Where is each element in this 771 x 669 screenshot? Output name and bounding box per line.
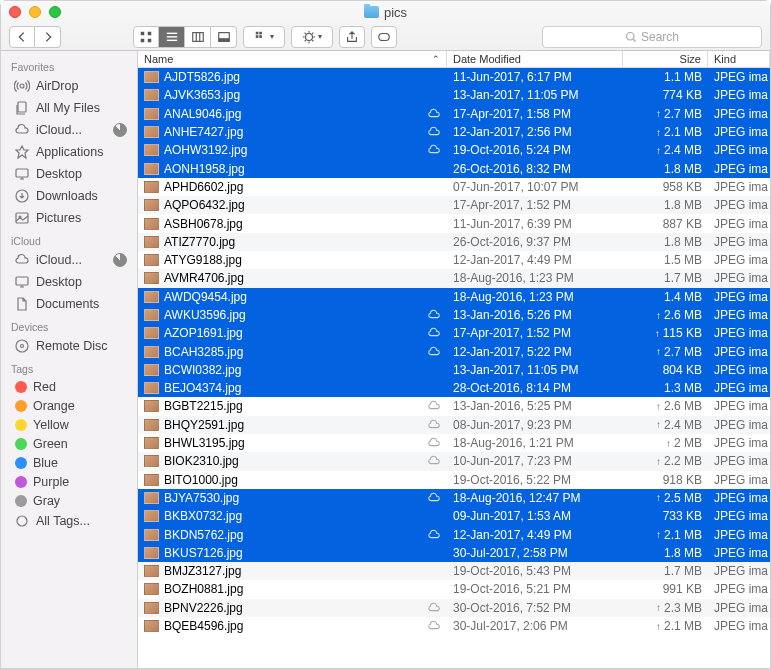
close-button[interactable] [9,6,21,18]
file-row[interactable]: BCWI0382.jpg13-Jan-2017, 11:05 PM804 KBJ… [138,361,770,379]
file-size: 1.3 MB [623,381,708,395]
sidebar-item-label: All Tags... [36,514,90,528]
sidebar-item[interactable]: All Tags... [1,510,137,532]
col-size[interactable]: Size [623,51,708,67]
sidebar-item-label: Downloads [36,189,98,203]
file-row[interactable]: BPNV2226.jpg30-Oct-2016, 7:52 PM↑2.3 MBJ… [138,599,770,617]
file-row[interactable]: BHWL3195.jpg18-Aug-2016, 1:21 PM↑2 MBJPE… [138,434,770,452]
file-kind: JPEG ima [708,235,770,249]
view-icon-button[interactable] [133,26,159,48]
file-row[interactable]: AZOP1691.jpg17-Apr-2017, 1:52 PM↑115 KBJ… [138,324,770,342]
file-row[interactable]: BCAH3285.jpg12-Jan-2017, 5:22 PM↑2.7 MBJ… [138,342,770,360]
sidebar-item[interactable]: Documents [1,293,137,315]
sidebar-item[interactable]: Blue [1,453,137,472]
file-row[interactable]: BQEB4596.jpg30-Jul-2017, 2:06 PM↑2.1 MBJ… [138,617,770,635]
file-row[interactable]: AQPO6432.jpg17-Apr-2017, 1:52 PM1.8 MBJP… [138,196,770,214]
file-row[interactable]: BGBT2215.jpg13-Jan-2016, 5:25 PM↑2.6 MBJ… [138,397,770,415]
file-size: 1.8 MB [623,546,708,560]
search-field[interactable]: Search [542,26,762,48]
file-date: 26-Oct-2016, 9:37 PM [447,235,623,249]
sidebar-item[interactable]: Orange [1,396,137,415]
view-gallery-button[interactable] [211,26,237,48]
file-row[interactable]: AWDQ9454.jpg18-Aug-2016, 1:23 PM1.4 MBJP… [138,288,770,306]
file-kind: JPEG ima [708,345,770,359]
sidebar-item[interactable]: Red [1,377,137,396]
file-name: BKDN5762.jpg [164,528,422,542]
svg-rect-9 [218,39,221,41]
sidebar-item-label: Blue [33,456,58,470]
file-row[interactable]: ATYG9188.jpg12-Jan-2017, 4:49 PM1.5 MBJP… [138,251,770,269]
sidebar-item[interactable]: Remote Disc [1,335,137,357]
file-row[interactable]: ASBH0678.jpg11-Jun-2017, 6:39 PM887 KBJP… [138,214,770,232]
file-row[interactable]: BITO1000.jpg19-Oct-2016, 5:22 PM918 KBJP… [138,471,770,489]
file-kind: JPEG ima [708,107,770,121]
file-row[interactable]: AWKU3596.jpg13-Jan-2016, 5:26 PM↑2.6 MBJ… [138,306,770,324]
svg-rect-5 [166,36,177,37]
file-row[interactable]: ANAL9046.jpg17-Apr-2017, 1:58 PM↑2.7 MBJ… [138,105,770,123]
file-row[interactable]: BEJO4374.jpg28-Oct-2016, 8:14 PM1.3 MBJP… [138,379,770,397]
col-name[interactable]: Name⌃ [138,51,447,67]
file-row[interactable]: BIOK2310.jpg10-Jun-2017, 7:23 PM↑2.2 MBJ… [138,452,770,470]
minimize-button[interactable] [29,6,41,18]
svg-rect-3 [148,38,152,42]
tags-button[interactable] [371,26,397,48]
file-thumb-icon [144,382,159,394]
back-button[interactable] [9,26,35,48]
forward-button[interactable] [35,26,61,48]
view-column-button[interactable] [185,26,211,48]
col-date[interactable]: Date Modified [447,51,623,67]
file-row[interactable]: BKBX0732.jpg09-Jun-2017, 1:53 AM733 KBJP… [138,507,770,525]
sidebar-item[interactable]: iCloud... [1,249,137,271]
share-button[interactable] [339,26,365,48]
file-row[interactable]: BOZH0881.jpg19-Oct-2016, 5:21 PM991 KBJP… [138,580,770,598]
file-thumb-icon [144,529,159,541]
file-row[interactable]: BKDN5762.jpg12-Jan-2017, 4:49 PM↑2.1 MBJ… [138,525,770,543]
file-row[interactable]: BMJZ3127.jpg19-Oct-2016, 5:43 PM1.7 MBJP… [138,562,770,580]
file-name: BPNV2226.jpg [164,601,422,615]
col-kind[interactable]: Kind [708,51,770,67]
file-row[interactable]: AVMR4706.jpg18-Aug-2016, 1:23 PM1.7 MBJP… [138,269,770,287]
file-row[interactable]: AONH1958.jpg26-Oct-2016, 8:32 PM1.8 MBJP… [138,159,770,177]
file-row[interactable]: ATIZ7770.jpg26-Oct-2016, 9:37 PM1.8 MBJP… [138,233,770,251]
file-date: 09-Jun-2017, 1:53 AM [447,509,623,523]
file-row[interactable]: AJVK3653.jpg13-Jan-2017, 11:05 PM774 KBJ… [138,86,770,104]
file-size: ↑2.7 MB [623,107,708,121]
file-kind: JPEG ima [708,619,770,633]
sidebar-item-label: Documents [36,297,99,311]
file-date: 11-Jun-2017, 6:39 PM [447,217,623,231]
sidebar-item[interactable]: Desktop [1,271,137,293]
sidebar-item[interactable]: Downloads [1,185,137,207]
svg-point-26 [16,340,28,352]
file-row[interactable]: AJDT5826.jpg11-Jun-2017, 6:17 PM1.1 MBJP… [138,68,770,86]
title-text: pics [384,5,407,20]
arrange-button[interactable]: ▾ [243,26,285,48]
sidebar-item[interactable]: Desktop [1,163,137,185]
file-date: 19-Oct-2016, 5:21 PM [447,582,623,596]
sidebar-item[interactable]: All My Files [1,97,137,119]
file-date: 28-Oct-2016, 8:14 PM [447,381,623,395]
file-name: BHQY2591.jpg [164,418,422,432]
file-kind: JPEG ima [708,88,770,102]
sidebar-item[interactable]: Pictures [1,207,137,229]
file-name: AWDQ9454.jpg [164,290,441,304]
file-name: AQPO6432.jpg [164,198,441,212]
sidebar-item[interactable]: iCloud... [1,119,137,141]
action-button[interactable]: ▾ [291,26,333,48]
sidebar-item[interactable]: AirDrop [1,75,137,97]
sidebar-item[interactable]: Applications [1,141,137,163]
zoom-button[interactable] [49,6,61,18]
sidebar-item[interactable]: Yellow [1,415,137,434]
sidebar-item[interactable]: Gray [1,491,137,510]
sidebar-item[interactable]: Purple [1,472,137,491]
file-row[interactable]: APHD6602.jpg07-Jun-2017, 10:07 PM958 KBJ… [138,178,770,196]
file-row[interactable]: BHQY2591.jpg08-Jun-2017, 9:23 PM↑2.4 MBJ… [138,416,770,434]
file-size: ↑2.2 MB [623,454,708,468]
view-list-button[interactable] [159,26,185,48]
file-row[interactable]: ANHE7427.jpg12-Jan-2017, 2:56 PM↑2.1 MBJ… [138,123,770,141]
sidebar-item[interactable]: Green [1,434,137,453]
file-name: BJYA7530.jpg [164,491,422,505]
file-kind: JPEG ima [708,473,770,487]
file-row[interactable]: AOHW3192.jpg19-Oct-2016, 5:24 PM↑2.4 MBJ… [138,141,770,159]
file-row[interactable]: BJYA7530.jpg18-Aug-2016, 12:47 PM↑2.5 MB… [138,489,770,507]
file-row[interactable]: BKUS7126.jpg30-Jul-2017, 2:58 PM1.8 MBJP… [138,544,770,562]
